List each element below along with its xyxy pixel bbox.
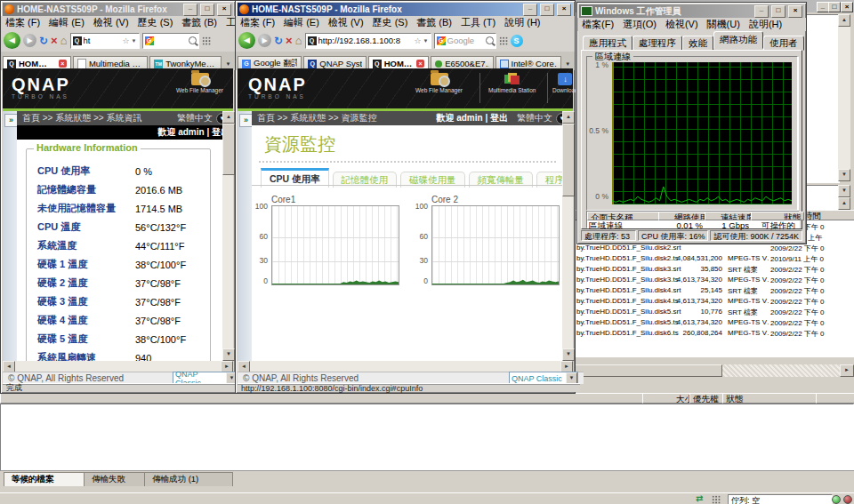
dropdown-icon[interactable]: ▼ bbox=[423, 38, 429, 44]
restore-icon[interactable]: □ bbox=[828, 2, 841, 12]
minimize-icon[interactable]: _ bbox=[183, 4, 197, 16]
tab-close-icon[interactable]: × bbox=[416, 60, 424, 68]
scroll-down-icon[interactable]: ▼ bbox=[222, 348, 235, 361]
download-station-link[interactable]: ↓ Download bbox=[552, 73, 578, 93]
scroll-down-icon[interactable]: ▼ bbox=[838, 185, 850, 197]
reload-icon[interactable]: ↻ bbox=[274, 36, 283, 46]
search-icon[interactable] bbox=[189, 36, 197, 44]
queue-column-status[interactable]: 狀態 bbox=[722, 393, 823, 404]
back-button[interactable]: ◀ bbox=[238, 32, 255, 49]
column-link-speed[interactable]: 連結速度 bbox=[705, 212, 758, 220]
home-icon[interactable]: ⌂ bbox=[295, 35, 302, 46]
extension-grid-icon[interactable] bbox=[499, 36, 508, 45]
menu-history[interactable]: 歷史 (S) bbox=[368, 16, 413, 29]
welcome-logout[interactable]: 歡迎 admin | 登出 bbox=[157, 126, 230, 139]
web-file-manager-link[interactable]: Web File Manager bbox=[415, 73, 463, 93]
forward-button[interactable]: ▶ bbox=[258, 34, 271, 47]
web-file-manager-link[interactable]: Web File Manager bbox=[176, 73, 223, 93]
back-button[interactable]: ◀ bbox=[4, 32, 20, 49]
minimize-icon[interactable]: _ bbox=[523, 4, 537, 16]
tab-networking[interactable]: 網路功能 bbox=[713, 31, 763, 49]
bookmark-star-icon[interactable]: ☆ bbox=[414, 36, 421, 45]
column-network-usage[interactable]: 網路使用 bbox=[658, 212, 712, 220]
sidebar-expander[interactable]: » bbox=[4, 114, 18, 127]
queue-column-header[interactable] bbox=[816, 393, 854, 404]
address-bar[interactable]: Q ht ☆ ▼ bbox=[70, 33, 140, 49]
welcome-logout[interactable]: 歡迎 admin | 登出 bbox=[436, 112, 508, 124]
scroll-down-icon[interactable]: ▼ bbox=[562, 348, 575, 361]
menu-edit[interactable]: 編輯 (E) bbox=[279, 16, 324, 29]
menu-history[interactable]: 歷史 (S) bbox=[133, 16, 178, 29]
scroll-thumb[interactable] bbox=[222, 124, 235, 175]
skype-icon[interactable]: S bbox=[511, 35, 523, 47]
horizontal-scrollbar[interactable]: ◄ ► bbox=[238, 361, 573, 372]
maximize-icon[interactable]: □ bbox=[200, 4, 214, 16]
scroll-up-icon[interactable]: ▲ bbox=[222, 111, 235, 124]
menu-file[interactable]: 檔案 (F) bbox=[1, 16, 44, 29]
menu-bookmarks[interactable]: 書籤 (B) bbox=[412, 16, 456, 29]
multimedia-station-link[interactable]: Multimedia Station bbox=[488, 73, 536, 93]
horizontal-scrollbar[interactable]: ► bbox=[575, 364, 854, 377]
menu-file[interactable]: 檔案 (F) bbox=[236, 16, 279, 29]
sidebar-expander[interactable]: » bbox=[239, 114, 253, 127]
dropdown-icon[interactable]: ▼ bbox=[132, 38, 137, 44]
menu-shutdown[interactable]: 關機(U) bbox=[703, 18, 745, 31]
tab-queued-files[interactable]: 等候的檔案 bbox=[4, 472, 96, 486]
menu-bookmarks[interactable]: 書籤 (B) bbox=[177, 16, 222, 29]
window-titlebar[interactable]: HOME-NASTS509P - Mozilla Firefox _ □ × bbox=[238, 3, 573, 16]
minimize-icon[interactable]: _ bbox=[817, 2, 829, 12]
page-scrollbar[interactable]: ▲ ▼ bbox=[222, 111, 233, 361]
search-icon[interactable] bbox=[486, 36, 494, 44]
home-icon[interactable]: ⌂ bbox=[60, 35, 68, 46]
view-filters-icon[interactable] bbox=[712, 495, 721, 504]
tab-performance[interactable]: 效能 bbox=[682, 36, 713, 51]
extension-grid-icon[interactable] bbox=[202, 36, 211, 45]
tab-users[interactable]: 使用者 bbox=[763, 36, 804, 51]
maximize-icon[interactable]: □ bbox=[540, 4, 554, 16]
maximize-icon[interactable]: □ bbox=[771, 5, 786, 18]
scroll-up-icon[interactable]: ▲ bbox=[838, 14, 850, 27]
scrollbar[interactable]: ▲ ▼ bbox=[838, 14, 850, 181]
breadcrumb[interactable]: 首頁 >> 系統狀態 >> 系統資訊 bbox=[22, 112, 177, 124]
tab-applications[interactable]: 應用程式 bbox=[583, 36, 632, 51]
close-icon[interactable]: × bbox=[557, 4, 571, 16]
menu-tools[interactable]: 工具 (T) bbox=[222, 16, 235, 29]
scroll-down-icon[interactable]: ▼ bbox=[838, 169, 850, 181]
scroll-right-icon[interactable]: ► bbox=[840, 364, 854, 377]
menu-options[interactable]: 選項(O) bbox=[618, 18, 661, 31]
close-icon[interactable]: × bbox=[217, 4, 231, 16]
scroll-thumb[interactable] bbox=[575, 364, 722, 377]
scroll-up-icon[interactable]: ▲ bbox=[838, 197, 850, 210]
window-titlebar[interactable]: HOME-NASTS509P - Mozilla Firefox _ □ × bbox=[3, 3, 233, 16]
menu-file[interactable]: 檔案(F) bbox=[577, 18, 618, 31]
queue-column-size[interactable]: 大小 bbox=[642, 393, 697, 404]
stop-icon[interactable]: × bbox=[51, 35, 58, 46]
queue-list-area[interactable] bbox=[0, 404, 854, 471]
search-box[interactable]: G bbox=[142, 33, 199, 49]
menu-help[interactable]: 說明 (H) bbox=[500, 16, 544, 29]
close-icon[interactable]: × bbox=[841, 2, 853, 12]
tab-processes[interactable]: 處理程序 bbox=[632, 36, 682, 51]
language-label[interactable]: 繁體中文 bbox=[517, 112, 552, 124]
page-scrollbar[interactable]: ▲ ▼ bbox=[562, 111, 573, 361]
stop-icon[interactable]: × bbox=[286, 35, 293, 46]
window-titlebar[interactable]: Windows 工作管理員 _ □ × bbox=[579, 4, 804, 18]
reload-icon[interactable]: ↻ bbox=[39, 36, 48, 46]
forward-button[interactable]: ▶ bbox=[23, 34, 36, 47]
menu-tools[interactable]: 工具 (T) bbox=[456, 16, 500, 29]
menu-edit[interactable]: 編輯 (E) bbox=[44, 16, 89, 29]
bookmark-star-icon[interactable]: ☆ bbox=[122, 36, 129, 45]
scroll-thumb[interactable] bbox=[562, 124, 575, 196]
search-box[interactable]: G Google bbox=[434, 33, 496, 49]
queue-column-header[interactable] bbox=[0, 393, 649, 404]
menu-view[interactable]: 檢視 (V) bbox=[324, 16, 368, 29]
scroll-up-icon[interactable]: ▲ bbox=[562, 111, 575, 124]
close-icon[interactable]: × bbox=[788, 5, 802, 18]
tab-successful-transfers[interactable]: 傳輸成功 (1) bbox=[144, 472, 233, 486]
column-state[interactable]: 狀態 bbox=[751, 212, 804, 220]
minimize-icon[interactable]: _ bbox=[754, 5, 769, 18]
menu-view[interactable]: 檢視 (V) bbox=[89, 16, 133, 29]
language-label[interactable]: 繁體中文 bbox=[177, 112, 213, 124]
tab-close-icon[interactable]: × bbox=[59, 60, 67, 68]
address-bar[interactable]: Q http://192.168.1.100:8 ☆ ▼ bbox=[305, 33, 431, 49]
